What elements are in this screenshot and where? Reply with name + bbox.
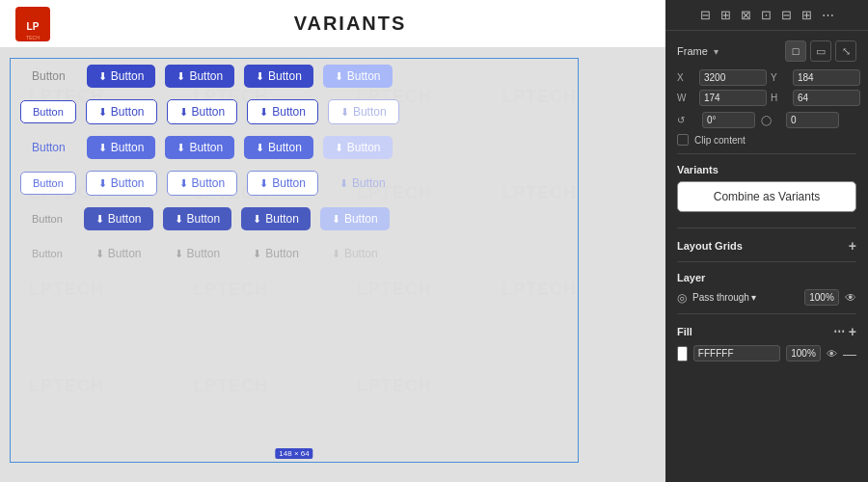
y-input[interactable] <box>793 69 860 86</box>
btn-r4-5: ⬇Button <box>328 172 397 195</box>
align-top-icon[interactable]: ⊡ <box>761 8 772 22</box>
variants-label: Variants <box>677 164 719 175</box>
align-middle-icon[interactable]: ⊟ <box>781 8 792 22</box>
frame-chevron[interactable]: ▾ <box>714 46 719 57</box>
svg-text:TECH: TECH <box>26 35 40 40</box>
btn-r2-4: ⬇Button <box>247 99 318 124</box>
fill-dots-icon[interactable]: ⋯ <box>833 325 845 338</box>
canvas-area[interactable]: LPTECH LPTECH LPTECH LPTECH LPTECH LPTEC… <box>0 48 665 482</box>
y-property: Y <box>771 69 860 86</box>
align-bottom-icon[interactable]: ⊞ <box>801 8 812 22</box>
x-input[interactable] <box>699 69 767 86</box>
layer-blend-icon: ◎ <box>677 291 687 305</box>
fill-row: 👁 — <box>677 345 856 362</box>
btn-r4-1: Button <box>20 172 76 195</box>
button-row-5: Button ⬇Button ⬇Button ⬇Button ⬇Button <box>11 201 578 236</box>
btn-r2-2: ⬇Button <box>86 99 157 124</box>
clip-content-row: Clip content <box>677 134 856 146</box>
btn-r6-3: ⬇Button <box>163 242 232 265</box>
toolbar-icons: ⊟ ⊞ ⊠ ⊡ ⊟ ⊞ ⋯ <box>665 0 868 31</box>
layout-grids-label: Layout Grids <box>677 240 743 252</box>
frame-resize-btn[interactable]: ⤡ <box>835 40 856 62</box>
align-left-icon[interactable]: ⊟ <box>700 8 711 22</box>
rotation-row: ↺ ◯ <box>677 112 856 128</box>
btn-r5-4: ⬇Button <box>241 207 311 230</box>
align-right-icon[interactable]: ⊠ <box>741 8 751 22</box>
combine-as-variants-button[interactable]: Combine as Variants <box>677 181 856 212</box>
fill-visibility-icon[interactable]: 👁 <box>827 348 837 360</box>
variants-section: Variants Combine as Variants <box>677 164 856 222</box>
button-row-2: Button ⬇Button ⬇Button ⬇Button ⬇Button <box>11 94 578 130</box>
corner-icon: ◯ <box>761 115 780 125</box>
x-property: X <box>677 69 767 86</box>
logo-icon: LP TECH <box>15 7 50 41</box>
btn-r3-5: ⬇Button <box>323 136 393 159</box>
divider-2 <box>677 228 856 228</box>
corner-input[interactable] <box>786 112 839 128</box>
btn-r6-4: ⬇Button <box>241 242 311 265</box>
frame-box: Button ⬇Button ⬇Button ⬇Button ⬇Button B… <box>10 58 579 463</box>
btn-r1-3: ⬇Button <box>165 65 234 88</box>
visibility-icon[interactable]: 👁 <box>845 291 856 305</box>
button-row-1: Button ⬇Button ⬇Button ⬇Button ⬇Button <box>11 59 578 94</box>
btn-r2-1: Button <box>20 100 76 123</box>
divider-3 <box>677 261 856 262</box>
btn-r2-5: ⬇Button <box>328 99 399 124</box>
btn-r1-5: ⬇Button <box>323 65 393 88</box>
variants-section-header: Variants <box>677 164 856 175</box>
logo-area: LP TECH <box>15 7 50 41</box>
pass-through-label[interactable]: Pass through ▾ <box>692 292 756 303</box>
fill-remove-icon[interactable]: — <box>843 346 856 362</box>
right-panel: ⊟ ⊞ ⊠ ⊡ ⊟ ⊞ ⋯ Frame ▾ □ ▭ ⤡ X Y <box>665 0 868 482</box>
btn-r6-1: Button <box>20 243 74 264</box>
btn-r3-3: ⬇Button <box>165 136 234 159</box>
layout-grids-add-icon[interactable]: + <box>849 238 856 254</box>
fill-hex-input[interactable] <box>693 345 780 362</box>
btn-r4-4: ⬇Button <box>247 171 318 196</box>
h-label: H <box>771 93 790 103</box>
btn-r3-1: Button <box>20 136 77 159</box>
layout-grids-section: Layout Grids + <box>677 238 856 254</box>
btn-r4-2: ⬇Button <box>86 171 157 196</box>
fill-opacity-input[interactable] <box>786 345 821 362</box>
button-row-3: Button ⬇Button ⬇Button ⬇Button ⬇Button <box>11 130 578 165</box>
rotation-input[interactable] <box>702 112 755 128</box>
frame-icons: □ ▭ ⤡ <box>785 40 856 62</box>
btn-r6-5: ⬇Button <box>320 242 390 265</box>
opacity-input[interactable] <box>804 289 839 306</box>
btn-r6-2: ⬇Button <box>84 242 153 265</box>
btn-r1-1: Button <box>20 65 77 88</box>
btn-r5-2: ⬇Button <box>84 207 153 230</box>
w-input[interactable] <box>699 90 767 106</box>
clip-checkbox[interactable] <box>677 134 689 146</box>
size-label-wrapper: 148 × 64 <box>275 442 312 460</box>
btn-r5-3: ⬇Button <box>163 207 232 230</box>
left-panel: LP TECH VARIANTS LPTECH LPTECH LPTECH LP… <box>0 0 665 482</box>
page-title: VARIANTS <box>50 13 650 35</box>
frame-type-wide-btn[interactable]: ▭ <box>810 40 831 62</box>
h-input[interactable] <box>793 90 860 106</box>
fill-plus-icon[interactable]: + <box>849 324 856 339</box>
fill-color-swatch[interactable] <box>677 346 688 362</box>
x-label: X <box>677 72 696 83</box>
top-bar: LP TECH VARIANTS <box>0 0 665 48</box>
btn-r3-2: ⬇Button <box>87 136 156 159</box>
w-label: W <box>677 93 696 103</box>
btn-r5-5: ⬇Button <box>320 207 390 230</box>
btn-r3-4: ⬇Button <box>244 136 313 159</box>
frame-type-rect-btn[interactable]: □ <box>785 40 806 62</box>
xywh-grid: X Y W H <box>677 69 856 106</box>
btn-r2-3: ⬇Button <box>167 99 238 124</box>
align-center-icon[interactable]: ⊞ <box>720 8 731 22</box>
divider-1 <box>677 153 856 154</box>
layer-section-header: Layer <box>677 272 856 283</box>
fill-controls: ⋯ + <box>833 324 856 339</box>
layer-section: Layer ◎ Pass through ▾ 👁 <box>677 272 856 306</box>
size-label: 148 × 64 <box>275 448 312 459</box>
btn-r1-4: ⬇Button <box>244 65 313 88</box>
svg-text:LP: LP <box>27 21 40 32</box>
clip-label: Clip content <box>694 135 746 146</box>
y-label: Y <box>771 72 790 83</box>
button-row-6: Button ⬇Button ⬇Button ⬇Button ⬇Button <box>11 236 578 271</box>
distribute-icon[interactable]: ⋯ <box>822 8 834 22</box>
